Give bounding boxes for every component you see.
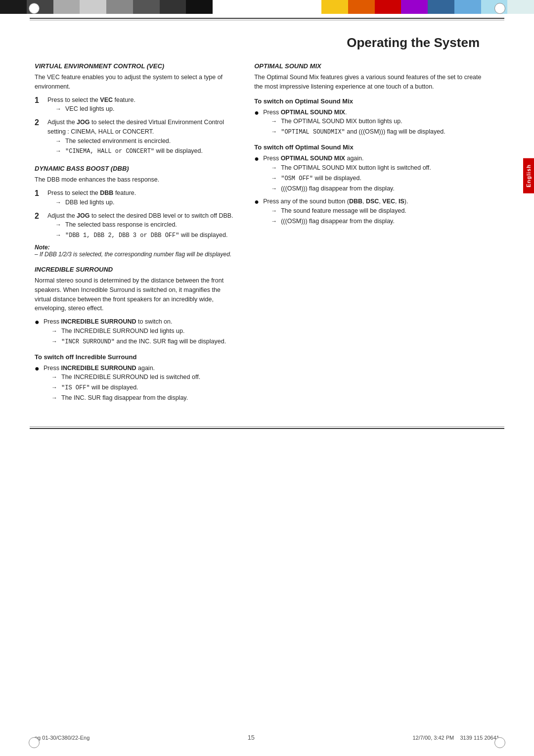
- arrow-icon: →: [51, 337, 59, 346]
- osm-off-bullet: ● Press OPTIMAL SOUND MIX again. → The O…: [254, 154, 487, 194]
- vec-intro: The VEC feature enables you to adjust th…: [35, 73, 234, 92]
- is-bullet2-content: Press INCREDIBLE SURROUND again. → The I…: [44, 364, 200, 404]
- is-bullet2-arrow2-text: "IS OFF" will be displayed.: [61, 383, 138, 392]
- is-bullet2-arrow3-text: The INC. SUR flag disappear from the dis…: [61, 393, 188, 403]
- osm-on-arrow1: → The OPTIMAL SOUND MIX button lights up…: [271, 117, 445, 126]
- is-bullet1-bold: INCREDIBLE SURROUND: [61, 318, 136, 325]
- osm-off-arrow2-suffix: will be displayed.: [313, 175, 361, 182]
- osm-off-bullet-suffix: again.: [345, 155, 364, 162]
- is-bullet2-arrow1-text: The INCREDIBLE SURROUND led is switched …: [61, 373, 200, 382]
- vec-step1-text: Press to select the: [47, 96, 100, 103]
- is-bullet2: ● Press INCREDIBLE SURROUND again. → The…: [35, 364, 234, 404]
- is-bullet1-arrow1: → The INCREDIBLE SURROUND led lights up.: [51, 327, 226, 336]
- note-label: Note:: [35, 244, 50, 251]
- bar-seg: [454, 0, 481, 14]
- vec-step2-mono: "CINEMA, HALL or CONCERT": [65, 148, 154, 155]
- dbb-step2-arrow1: → The selected bass response is encircle…: [55, 220, 233, 230]
- bar-seg: [53, 0, 80, 14]
- is-bullet1-arrow2-text: "INCR SURROUND" and the INC. SUR flag wi…: [61, 337, 226, 346]
- page-container: Operating the System VIRTUAL ENVIRONMENT…: [0, 20, 534, 426]
- osm-any-suffix: ).: [404, 198, 408, 205]
- bottom-divider2: [30, 428, 504, 429]
- english-tab: English: [523, 158, 534, 193]
- bullet-icon: ●: [254, 108, 263, 118]
- arrow-icon: →: [55, 220, 63, 229]
- dbb-step2-suffix: to select the desired DBB level or to sw…: [89, 212, 233, 219]
- arrow-icon: →: [271, 217, 279, 226]
- is-bullet2-arrow2-suffix: will be displayed.: [90, 384, 138, 391]
- col-right: OPTIMAL SOUND MIX The Optimal Sound Mix …: [254, 62, 487, 407]
- vec-step1: 1 Press to select the VEC feature. → VEC…: [35, 95, 234, 115]
- osm-off-bullet-bold: OPTIMAL SOUND MIX: [281, 155, 345, 162]
- page-title: Operating the System: [35, 35, 499, 50]
- osm-on-arrow2-text: "OPTIMAL SOUNDMIX" and (((OSM))) flag wi…: [281, 127, 445, 137]
- osm-any-bullet-content: Press any of the sound button (DBB, DSC,…: [263, 197, 408, 227]
- bar-seg: [160, 0, 186, 14]
- vec-step2-arrow2-text: "CINEMA, HALL or CONCERT" will be displa…: [65, 146, 203, 156]
- osm-on-heading: To switch on Optimal Sound Mix: [254, 97, 487, 105]
- corner-mark-bottom-right: [494, 737, 505, 748]
- is-bullet2-arrow3: → The INC. SUR flag disappear from the d…: [51, 393, 200, 403]
- osm-any-bold1: DBB: [349, 198, 362, 205]
- is-bullet2-suffix: again.: [136, 365, 155, 372]
- arrow-icon: →: [55, 146, 63, 155]
- corner-mark-left: [29, 3, 40, 14]
- osm-off-arrow3-text: (((OSM))) flag disappear from the displa…: [281, 184, 395, 193]
- is-bullet2-arrow2: → "IS OFF" will be displayed.: [51, 383, 200, 392]
- osm-off-arrow2-text: "OSM OFF" will be displayed.: [281, 174, 361, 183]
- arrow-icon: →: [55, 104, 63, 113]
- arrow-icon: →: [271, 206, 279, 215]
- arrow-icon: →: [51, 327, 59, 335]
- is-bullet2-mono: "IS OFF": [61, 384, 90, 391]
- is-bullet2-text: Press: [44, 365, 61, 372]
- is-bullet1-suffix: to switch on.: [136, 318, 173, 325]
- bar-seg: [321, 0, 348, 14]
- footer-right: 12/7/00, 3:42 PM 3139 115 20641: [412, 735, 499, 741]
- vec-step2-arrow1-text: The selected environment is encircled.: [65, 137, 171, 146]
- dbb-step1-suffix: feature.: [113, 189, 136, 196]
- dbb-step2-arrow2-suffix: will be displayed.: [179, 232, 227, 238]
- vec-step2-arrow2-suffix: will be displayed.: [154, 147, 203, 154]
- arrow-icon: →: [271, 184, 279, 193]
- osm-off-arrow2: → "OSM OFF" will be displayed.: [271, 174, 431, 183]
- dbb-step2-num: 2: [35, 211, 44, 222]
- osm-any-arrow1: → The sound feature message will be disp…: [271, 206, 408, 216]
- vec-step2-arrow1: → The selected environment is encircled.: [55, 137, 234, 146]
- is-bullet1-text: Press: [44, 318, 61, 325]
- osm-section-title: OPTIMAL SOUND MIX: [254, 62, 487, 70]
- osm-any-bullet-text: Press any of the sound button (: [263, 198, 349, 205]
- arrow-icon: →: [51, 373, 59, 381]
- arrow-icon: →: [271, 117, 279, 126]
- osm-any-arrow2: → (((OSM))) flag disappear from the disp…: [271, 217, 408, 226]
- arrow-icon: →: [51, 393, 59, 402]
- osm-any-bullet: ● Press any of the sound button (DBB, DS…: [254, 197, 487, 227]
- dbb-step2-arrow1-text: The selected bass response is encircled.: [65, 220, 177, 230]
- vec-step1-arrow: → VEC led lights up.: [55, 104, 135, 114]
- note-text: – If DBB 1/2/3 is selected, the correspo…: [35, 251, 231, 258]
- dbb-intro: The DBB mode enhances the bass response.: [35, 175, 234, 185]
- osm-on-arrow1-text: The OPTIMAL SOUND MIX button lights up.: [281, 117, 402, 126]
- bullet-icon: ●: [254, 154, 263, 164]
- bar-seg: [507, 0, 534, 14]
- osm-off-heading: To switch off Optimal Sound Mix: [254, 143, 487, 151]
- dbb-step2: 2 Adjust the JOG to select the desired D…: [35, 211, 234, 241]
- vec-step1-num: 1: [35, 95, 44, 106]
- corner-mark-right: [494, 3, 505, 14]
- bar-seg: [133, 0, 160, 14]
- osm-any-bold2: DSC: [366, 198, 379, 205]
- bullet-icon: ●: [35, 317, 44, 328]
- corner-mark-bottom-left: [29, 737, 40, 748]
- bottom-divider1: [30, 426, 504, 427]
- osm-any-arrow1-text: The sound feature message will be displa…: [281, 206, 406, 216]
- osm-on-bullet-bold: OPTIMAL SOUND MIX: [281, 109, 345, 116]
- dbb-step1-arrow: → DBB led lights up.: [55, 198, 136, 207]
- dbb-section-title: DYNAMIC BASS BOOST (DBB): [35, 165, 234, 172]
- vec-step1-suffix: feature.: [113, 96, 135, 103]
- vec-step1-arrow-text: VEC led lights up.: [65, 104, 114, 114]
- osm-on-bullet-text: Press: [263, 109, 280, 116]
- footer-code: 3139 115 20641: [460, 735, 499, 741]
- dbb-step2-mono: "DBB 1, DBB 2, DBB 3 or DBB OFF": [65, 232, 179, 239]
- osm-any-bold4: IS: [399, 198, 404, 205]
- is-bullet2-arrow1: → The INCREDIBLE SURROUND led is switche…: [51, 373, 200, 382]
- osm-off-arrow1-text: The OPTIMAL SOUND MIX button light is sw…: [281, 163, 431, 173]
